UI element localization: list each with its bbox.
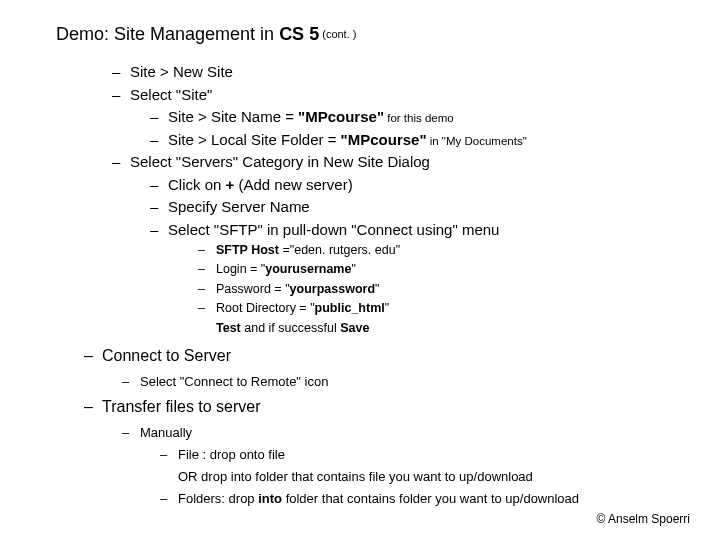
t: Specify Server Name: [168, 198, 310, 215]
title-prefix: Demo: Site Management in: [56, 24, 279, 44]
t: Transfer files to server: [102, 398, 261, 415]
item-select-servers: Select "Servers" Category in New Site Di…: [130, 151, 690, 174]
t: for this demo: [384, 112, 454, 124]
t: and if successful: [241, 321, 340, 335]
item-select-site: Select "Site": [130, 84, 690, 107]
t: "MPcourse": [298, 108, 384, 125]
item-local-folder: Site > Local Site Folder = "MPcourse" in…: [168, 129, 690, 152]
t: ": [375, 282, 379, 296]
t: in "My Documents": [427, 135, 527, 147]
outline-block-2: Connect to Server Select "Connect to Rem…: [56, 342, 690, 510]
t: Login = ": [216, 262, 265, 276]
t: yourpassword: [290, 282, 375, 296]
t: Connect to Server: [102, 347, 231, 364]
copyright: © Anselm Spoerri: [596, 512, 690, 526]
item-sftp-select: Select "SFTP" in pull-down "Connect usin…: [168, 219, 690, 242]
item-password: Password = "yourpassword": [216, 280, 690, 299]
t: Manually: [140, 425, 192, 440]
text: Site > New Site: [130, 63, 233, 80]
item-folder-drop: Folders: drop into folder that contains …: [178, 488, 690, 510]
item-test-save: Test and if successful Save: [216, 319, 690, 338]
t: ": [351, 262, 355, 276]
t: File : drop onto file: [178, 447, 285, 462]
t: public_html: [315, 301, 385, 315]
t: SFTP Host: [216, 243, 282, 257]
slide-container: Demo: Site Management in CS 5 (cont. ) S…: [0, 0, 720, 540]
t: folder that contains folder you want to …: [282, 491, 579, 506]
t: "MPcourse": [341, 131, 427, 148]
item-transfer: Transfer files to server: [102, 393, 690, 422]
t: Password = ": [216, 282, 290, 296]
text: Select "Site": [130, 86, 212, 103]
t: Site > Local Site Folder =: [168, 131, 341, 148]
t: (Add new server): [234, 176, 352, 193]
t: OR drop into folder that contains file y…: [178, 469, 533, 484]
item-manually: Manually: [140, 422, 690, 444]
title-suffix: (cont. ): [319, 28, 356, 40]
t: Site > Site Name =: [168, 108, 298, 125]
item-connect-server: Connect to Server: [102, 342, 690, 371]
t: Select "SFTP" in pull-down "Connect usin…: [168, 221, 499, 238]
item-file-drop: File : drop onto file OR drop into folde…: [178, 444, 690, 488]
item-sftp-host: SFTP Host ="eden. rutgers. edu": [216, 241, 690, 260]
t: yourusername: [265, 262, 351, 276]
slide-title: Demo: Site Management in CS 5 (cont. ): [56, 24, 690, 45]
item-connect-remote: Select "Connect to Remote" icon: [140, 371, 690, 393]
item-site-new: Site > New Site: [130, 61, 690, 84]
item-server-name: Specify Server Name: [168, 196, 690, 219]
t: Click on: [168, 176, 226, 193]
item-site-name: Site > Site Name = "MPcourse" for this d…: [168, 106, 690, 129]
t: into: [258, 491, 282, 506]
t: ": [385, 301, 389, 315]
t: Save: [340, 321, 369, 335]
item-login: Login = "yourusername": [216, 260, 690, 279]
outline-block-1: Site > New Site Select "Site" Site > Sit…: [56, 61, 690, 338]
t: Select "Servers" Category in New Site Di…: [130, 153, 430, 170]
t: Root Directory = ": [216, 301, 315, 315]
item-root-dir: Root Directory = "public_html": [216, 299, 690, 318]
title-bold: CS 5: [279, 24, 319, 44]
t: ="eden. rutgers. edu": [282, 243, 400, 257]
t: Folders: drop: [178, 491, 258, 506]
t: Test: [216, 321, 241, 335]
item-add-server: Click on + (Add new server): [168, 174, 690, 197]
t: Select "Connect to Remote" icon: [140, 374, 328, 389]
t: +: [226, 176, 235, 193]
